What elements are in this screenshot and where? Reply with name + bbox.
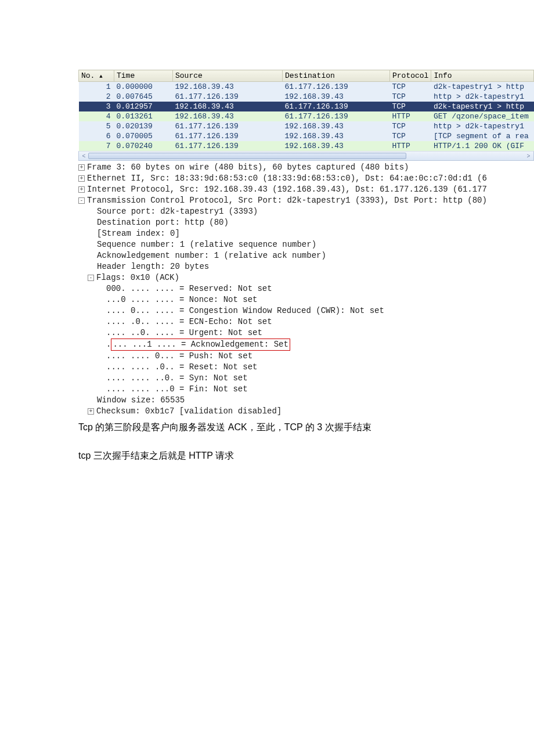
packet-row[interactable]: 20.00764561.177.126.139192.168.39.43TCPh… bbox=[79, 92, 534, 102]
col-info[interactable]: Info bbox=[431, 70, 534, 82]
tcp-header-len[interactable]: Header length: 20 bytes bbox=[78, 261, 534, 272]
tcp-flags-summary[interactable]: Flags: 0x10 (ACK) bbox=[96, 273, 179, 282]
tcp-flag-line[interactable]: .... .... .0.. = Reset: Not set bbox=[78, 362, 534, 373]
tcp-flag-line[interactable]: .... ...1 .... = Acknowledgement: Set bbox=[78, 339, 534, 351]
packet-row[interactable]: 40.013261192.168.39.4361.177.126.139HTTP… bbox=[79, 111, 534, 121]
body-text-2: tcp 三次握手结束之后就是 HTTP 请求 bbox=[78, 450, 534, 462]
expand-icon[interactable]: + bbox=[78, 175, 85, 182]
col-time[interactable]: Time bbox=[114, 70, 173, 82]
col-source[interactable]: Source bbox=[173, 70, 283, 82]
col-destination[interactable]: Destination bbox=[283, 70, 390, 82]
collapse-icon[interactable]: - bbox=[88, 275, 94, 281]
packet-row[interactable]: 50.02013961.177.126.139192.168.39.43TCPh… bbox=[79, 121, 534, 131]
tcp-ack[interactable]: Acknowledgement number: 1 (relative ack … bbox=[78, 250, 534, 261]
tcp-flag-line[interactable]: .... .... 0... = Push: Not set bbox=[78, 351, 534, 362]
packet-row[interactable]: 10.000000192.168.39.4361.177.126.139TCPd… bbox=[79, 82, 534, 92]
tcp-flag-line[interactable]: .... 0... .... = Congestion Window Reduc… bbox=[78, 305, 534, 316]
tcp-flag-line[interactable]: .... .... ..0. = Syn: Not set bbox=[78, 373, 534, 384]
expand-icon[interactable]: + bbox=[78, 186, 85, 193]
tcp-dst-port[interactable]: Destination port: http (80) bbox=[78, 217, 534, 228]
tcp-stream-index[interactable]: [Stream index: 0] bbox=[78, 228, 534, 239]
packet-row[interactable]: 30.012957192.168.39.4361.177.126.139TCPd… bbox=[79, 102, 534, 111]
tcp-src-port[interactable]: Source port: d2k-tapestry1 (3393) bbox=[78, 206, 534, 217]
tcp-flag-line[interactable]: .... .... ...0 = Fin: Not set bbox=[78, 384, 534, 395]
packet-row[interactable]: 70.07024061.177.126.139192.168.39.43HTTP… bbox=[79, 141, 534, 151]
tcp-window-size[interactable]: Window size: 65535 bbox=[78, 395, 534, 406]
frame-summary[interactable]: Frame 3: 60 bytes on wire (480 bits), 60… bbox=[87, 163, 409, 172]
tcp-flag-line[interactable]: ...0 .... .... = Nonce: Not set bbox=[78, 294, 534, 305]
scroll-left-icon[interactable]: < bbox=[80, 152, 88, 160]
horizontal-scrollbar[interactable]: < > bbox=[78, 151, 534, 161]
packet-row[interactable]: 60.07000561.177.126.139192.168.39.43TCP[… bbox=[79, 131, 534, 141]
body-text-1: Tcp 的第三阶段是客户向服务器发送 ACK，至此，TCP 的 3 次握手结束 bbox=[78, 422, 534, 434]
expand-icon[interactable]: + bbox=[88, 408, 94, 415]
packet-list-header: No. ▲ Time Source Destination Protocol I… bbox=[79, 70, 534, 82]
tcp-flag-line[interactable]: .... .0.. .... = ECN-Echo: Not set bbox=[78, 316, 534, 327]
tcp-checksum[interactable]: Checksum: 0xb1c7 [validation disabled] bbox=[96, 406, 282, 416]
tcp-flag-line[interactable]: 000. .... .... = Reserved: Not set bbox=[78, 283, 534, 294]
scroll-right-icon[interactable]: > bbox=[524, 152, 533, 160]
packet-list-table[interactable]: No. ▲ Time Source Destination Protocol I… bbox=[78, 70, 534, 151]
tcp-flag-line[interactable]: .... ..0. .... = Urgent: Not set bbox=[78, 327, 534, 339]
col-protocol[interactable]: Protocol bbox=[390, 70, 431, 82]
ip-summary[interactable]: Internet Protocol, Src: 192.168.39.43 (1… bbox=[87, 185, 487, 194]
scroll-thumb[interactable] bbox=[88, 153, 406, 159]
packet-details-tree[interactable]: +Frame 3: 60 bytes on wire (480 bits), 6… bbox=[78, 162, 534, 417]
tcp-seq[interactable]: Sequence number: 1 (relative sequence nu… bbox=[78, 239, 534, 250]
collapse-icon[interactable]: - bbox=[78, 197, 85, 204]
col-no[interactable]: No. ▲ bbox=[79, 70, 114, 82]
expand-icon[interactable]: + bbox=[78, 164, 85, 171]
tcp-summary[interactable]: Transmission Control Protocol, Src Port:… bbox=[87, 196, 487, 205]
ethernet-summary[interactable]: Ethernet II, Src: 18:33:9d:68:53:c0 (18:… bbox=[87, 174, 487, 183]
